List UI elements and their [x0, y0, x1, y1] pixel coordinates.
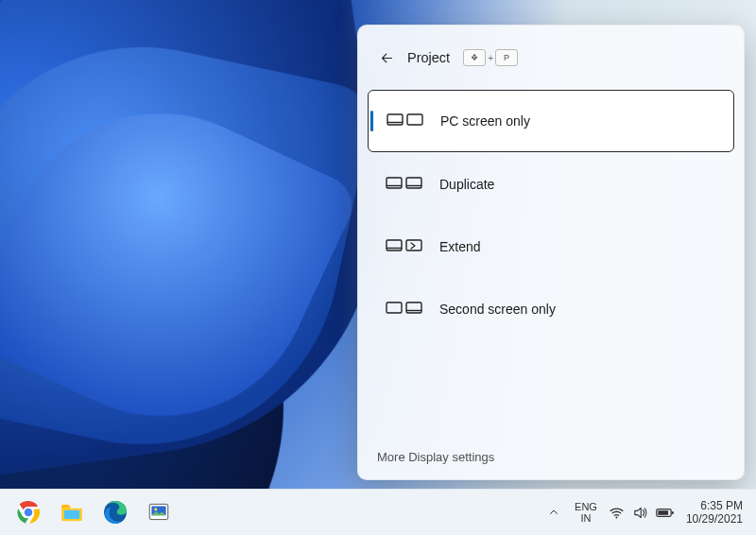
taskbar-app-file-explorer[interactable]	[53, 493, 91, 531]
svg-rect-19	[658, 510, 668, 515]
svg-point-15	[154, 508, 157, 510]
project-options: PC screen only Duplicate	[358, 82, 744, 436]
option-second-screen-only[interactable]: Second screen only	[368, 279, 734, 339]
clock-time: 6:35 PM	[686, 499, 743, 512]
clock-date: 10/29/2021	[686, 512, 743, 526]
option-label: Duplicate	[439, 177, 494, 192]
volume-icon	[632, 505, 648, 521]
battery-icon	[656, 505, 675, 521]
shortcut-key-p: P	[495, 49, 518, 66]
network-sound-battery[interactable]	[609, 505, 675, 521]
chrome-icon	[16, 500, 41, 525]
wifi-icon	[609, 505, 625, 521]
taskbar-app-chrome[interactable]	[9, 493, 47, 531]
svg-rect-1	[407, 114, 422, 125]
svg-rect-0	[387, 114, 403, 125]
clock[interactable]: 6:35 PM 10/29/2021	[686, 499, 747, 526]
taskbar-app-edge[interactable]	[96, 493, 134, 531]
system-tray: ENG IN 6:35 PM 10/29/2021	[544, 499, 747, 526]
shortcut-key-win: ❖	[463, 49, 486, 66]
option-label: Extend	[439, 239, 481, 254]
svg-rect-3	[406, 178, 421, 188]
option-extend[interactable]: Extend	[368, 216, 734, 277]
taskbar-app-photos[interactable]	[140, 493, 178, 531]
svg-point-16	[615, 516, 617, 518]
svg-rect-11	[64, 510, 79, 519]
duplicate-icon	[385, 173, 424, 196]
language-indicator[interactable]: ENG IN	[575, 501, 597, 524]
more-display-settings-link[interactable]: More Display settings	[358, 436, 744, 479]
project-flyout: Project ❖ + P PC screen only	[357, 25, 745, 480]
pc-screen-only-icon	[386, 110, 425, 132]
chevron-up-icon	[548, 507, 559, 518]
option-label: Second screen only	[439, 302, 556, 317]
flyout-title: Project	[407, 50, 450, 65]
edge-icon	[103, 500, 128, 525]
back-button[interactable]	[375, 46, 398, 69]
second-screen-only-icon	[385, 298, 424, 320]
folder-icon	[60, 500, 84, 525]
option-label: PC screen only	[440, 113, 530, 129]
svg-rect-4	[387, 240, 402, 250]
back-arrow-icon	[380, 51, 394, 65]
option-pc-screen-only[interactable]: PC screen only	[368, 90, 734, 152]
taskbar: ENG IN 6:35 PM 10/29/2021	[0, 489, 756, 535]
option-duplicate[interactable]: Duplicate	[368, 154, 734, 215]
extend-icon	[385, 235, 424, 258]
svg-rect-2	[387, 178, 402, 188]
svg-rect-18	[672, 510, 674, 513]
tray-overflow-button[interactable]	[544, 503, 563, 522]
svg-rect-7	[406, 302, 421, 313]
svg-rect-6	[387, 302, 402, 313]
photos-icon	[146, 500, 171, 525]
shortcut-hint: ❖ + P	[463, 49, 518, 66]
